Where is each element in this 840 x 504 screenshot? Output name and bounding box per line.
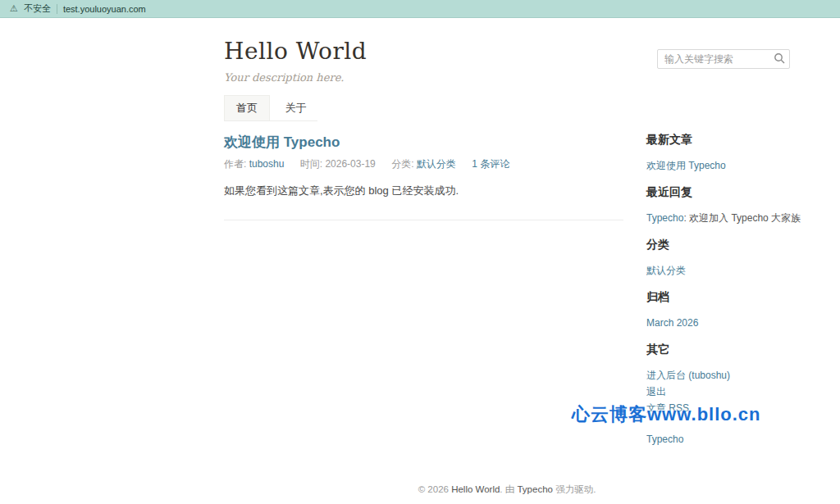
post-meta: 作者: tuboshu 时间: 2026-03-19 分类: 默认分类 1 条评… [224, 157, 623, 171]
category-sidebar-link[interactable]: 默认分类 [646, 262, 790, 279]
rss-link[interactable]: 文章 RSS [646, 400, 790, 416]
misc-title: 其它 [646, 343, 790, 357]
footer-copyright: © 2026 [418, 484, 451, 494]
meta-time: 时间: 2026-03-19 [300, 158, 376, 170]
categories-title: 分类 [646, 238, 790, 252]
post-body: 如果您看到这篇文章,表示您的 blog 已经安装成功. [224, 182, 623, 200]
site-header: Hello World Your description here. [224, 18, 790, 84]
site-title-link[interactable]: Hello World [224, 38, 367, 65]
sidebar-section-misc: 其它 进入后台 (tuboshu) 退出 文章 RSS Typecho [646, 343, 790, 447]
admin-link[interactable]: 进入后台 (tuboshu) [646, 367, 790, 384]
sidebar-section-recent-posts: 最新文章 欢迎使用 Typecho [646, 133, 790, 174]
nav-item-home[interactable]: 首页 [224, 95, 270, 120]
site-branding: Hello World Your description here. [224, 38, 367, 84]
sidebar: 最新文章 欢迎使用 Typecho 最近回复 Typecho: 欢迎加入 Typ… [646, 133, 790, 459]
footer-typecho-link[interactable]: Typecho [517, 484, 552, 494]
nav-item-about[interactable]: 关于 [273, 96, 317, 120]
category-label: 分类: [391, 158, 417, 170]
not-secure-warning-icon[interactable]: ⚠ [10, 4, 18, 13]
comment-excerpt: : 欢迎加入 Typecho 大家族 [683, 212, 801, 224]
site-footer: © 2026 Hello World. 由 Typecho 强力驱动. [224, 459, 790, 504]
post: 欢迎使用 Typecho 作者: tuboshu 时间: 2026-03-19 … [224, 133, 623, 220]
sidebar-section-recent-comments: 最近回复 Typecho: 欢迎加入 Typecho 大家族 [646, 185, 790, 226]
footer-suffix: 强力驱动. [553, 484, 596, 494]
archives-title: 归档 [646, 290, 790, 305]
main-nav: 首页 关于 [224, 95, 317, 121]
url-text[interactable]: test.youluoyuan.com [63, 4, 146, 14]
author-link[interactable]: tuboshu [249, 158, 285, 170]
time-label: 时间: [300, 158, 326, 170]
site-description: Your description here. [224, 71, 367, 84]
search-icon[interactable] [773, 52, 786, 66]
meta-category: 分类: 默认分类 [391, 158, 456, 170]
post-divider [224, 220, 623, 220]
content-area: 欢迎使用 Typecho 作者: tuboshu 时间: 2026-03-19 … [224, 133, 790, 459]
recent-comment-item: Typecho: 欢迎加入 Typecho 大家族 [646, 210, 790, 226]
category-link[interactable]: 默认分类 [417, 158, 456, 170]
recent-post-link[interactable]: 欢迎使用 Typecho [646, 157, 790, 174]
search-form [657, 49, 790, 69]
comments-link[interactable]: 1 条评论 [472, 158, 509, 170]
browser-address-bar: ⚠ 不安全 test.youluoyuan.com [0, 0, 840, 18]
sidebar-section-categories: 分类 默认分类 [646, 238, 790, 279]
address-bar-divider [57, 4, 57, 14]
archive-link[interactable]: March 2026 [646, 315, 790, 331]
recent-posts-title: 最新文章 [646, 133, 790, 148]
page-container: Hello World Your description here. 首页 关于… [224, 18, 790, 504]
footer-mid: . 由 [500, 484, 517, 494]
author-label: 作者: [224, 158, 249, 170]
recent-comments-title: 最近回复 [646, 185, 790, 200]
logout-link[interactable]: 退出 [646, 384, 790, 400]
meta-author: 作者: tuboshu [224, 158, 284, 170]
search-input[interactable] [657, 49, 790, 69]
security-label[interactable]: 不安全 [24, 2, 51, 15]
footer-site-name: Hello World [451, 484, 500, 494]
post-title-link[interactable]: 欢迎使用 Typecho [224, 133, 623, 152]
comment-author-link[interactable]: Typecho [646, 212, 683, 224]
sidebar-section-archives: 归档 March 2026 [646, 290, 790, 331]
meta-comments: 1 条评论 [472, 158, 509, 170]
main-column: 欢迎使用 Typecho 作者: tuboshu 时间: 2026-03-19 … [224, 133, 623, 459]
post-date: 2026-03-19 [325, 158, 375, 170]
typecho-link[interactable]: Typecho [646, 431, 790, 447]
